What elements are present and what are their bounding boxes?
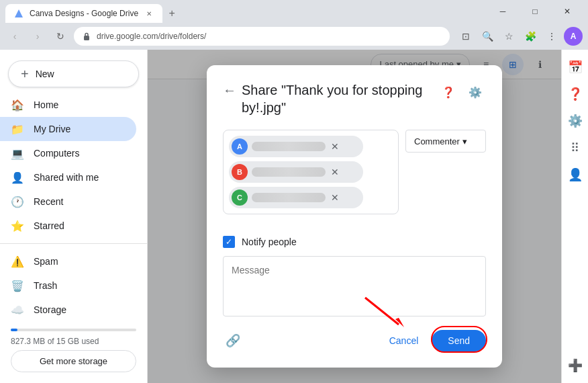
person-tag-2: B ✕ <box>229 161 363 183</box>
url-text: drive.google.com/drive/folders/ <box>97 32 442 41</box>
svg-marker-3 <box>395 318 404 327</box>
sidebar-item-computers[interactable]: 💻 Computers <box>0 141 136 165</box>
svg-rect-1 <box>84 36 89 40</box>
settings-icon-right[interactable]: ⚙️ <box>563 109 587 133</box>
shared-icon: 👤 <box>11 171 24 184</box>
help-icon[interactable]: ❓ <box>563 82 587 106</box>
trash-icon: 🗑️ <box>11 280 24 292</box>
sidebar-item-my-drive[interactable]: 📁 My Drive <box>0 117 136 141</box>
more-icon[interactable]: ⋮ <box>542 27 561 46</box>
sidebar-label-spam: Spam <box>34 256 58 267</box>
add-icon-right[interactable]: ➕ <box>563 353 587 378</box>
person-remove-3[interactable]: ✕ <box>331 192 339 203</box>
cast-icon[interactable]: ⊡ <box>456 27 475 46</box>
person-name-3 <box>252 193 326 202</box>
dialog-footer-wrapper: 🔗 Cancel Send <box>223 330 486 351</box>
new-label: New <box>36 69 54 79</box>
my-drive-icon: 📁 <box>11 123 24 136</box>
dialog-help-btn[interactable]: ❓ <box>438 81 459 103</box>
sidebar-label-computers: Computers <box>34 148 79 159</box>
sidebar-label-home: Home <box>34 99 58 110</box>
content-area: Last opened by me ▾ ≡ ⊞ ℹ ← Share "Thank… <box>148 50 561 383</box>
extension-icon[interactable]: 🧩 <box>521 27 540 46</box>
storage-text: 827.3 MB of 15 GB used <box>11 337 136 346</box>
profile-btn[interactable]: A <box>564 27 583 46</box>
person-avatar-1: A <box>232 138 248 155</box>
send-btn[interactable]: Send <box>432 330 486 351</box>
sidebar-label-trash: Trash <box>34 280 57 291</box>
tab-close-btn[interactable]: ✕ <box>144 8 154 19</box>
person-name-2 <box>252 167 326 177</box>
window-controls: ─ □ ✕ <box>487 2 583 21</box>
sidebar-item-starred[interactable]: ⭐ Starred <box>0 214 136 238</box>
forward-btn[interactable]: › <box>28 27 47 46</box>
sidebar-label-my-drive: My Drive <box>34 124 70 134</box>
recent-icon: 🕐 <box>11 196 24 208</box>
bookmark-icon[interactable]: ☆ <box>499 27 518 46</box>
close-btn[interactable]: ✕ <box>552 2 583 21</box>
sidebar-item-storage[interactable]: ☁️ Storage <box>0 298 136 322</box>
commenter-select[interactable]: Commenter ▾ <box>405 130 486 153</box>
maximize-btn[interactable]: □ <box>520 2 550 21</box>
message-input[interactable] <box>223 256 486 316</box>
notify-label: Notify people <box>242 237 297 247</box>
starred-icon: ⭐ <box>11 220 24 232</box>
person-avatar-2: B <box>232 164 248 180</box>
active-tab[interactable]: Canva Designs - Google Drive ✕ <box>5 4 162 23</box>
plus-icon: + <box>21 67 29 82</box>
dialog-footer: 🔗 Cancel Send <box>223 330 486 351</box>
sidebar-item-trash[interactable]: 🗑️ Trash <box>0 273 136 298</box>
dialog-title: Share "Thank you for stopping by!.jpg" <box>242 81 432 116</box>
commenter-label: Commenter <box>414 136 460 146</box>
person-remove-2[interactable]: ✕ <box>331 167 339 177</box>
new-tab-btn[interactable]: + <box>162 4 181 23</box>
url-bar[interactable]: drive.google.com/drive/folders/ <box>74 27 450 46</box>
storage-bar <box>11 329 136 331</box>
notify-checkbox[interactable]: ✓ <box>223 236 235 248</box>
person-name-1 <box>252 142 326 151</box>
dialog-header: ← Share "Thank you for stopping by!.jpg"… <box>223 81 486 116</box>
tab-title: Canva Designs - Google Drive <box>30 9 138 18</box>
sidebar-item-home[interactable]: 🏠 Home <box>0 93 136 117</box>
main-content: + New 🏠 Home 📁 My Drive 💻 Computers 👤 Sh… <box>0 50 588 383</box>
sidebar-label-starred: Starred <box>34 220 64 231</box>
person-avatar-3: C <box>232 189 248 206</box>
storage-section: 827.3 MB of 15 GB used Get more storage <box>0 323 147 378</box>
share-dialog: ← Share "Thank you for stopping by!.jpg"… <box>207 65 502 368</box>
people-row: A ✕ B ✕ C <box>223 130 486 225</box>
new-button[interactable]: + New <box>8 60 139 87</box>
sidebar-label-recent: Recent <box>34 196 63 207</box>
sidebar-label-shared: Shared with me <box>34 172 99 183</box>
share-dialog-overlay: ← Share "Thank you for stopping by!.jpg"… <box>148 50 561 383</box>
computers-icon: 💻 <box>11 147 24 160</box>
spam-icon: ⚠️ <box>11 255 24 268</box>
zoom-icon[interactable]: 🔍 <box>478 27 497 46</box>
apps-icon[interactable]: ⠿ <box>563 136 587 160</box>
dialog-settings-btn[interactable]: ⚙️ <box>464 81 486 103</box>
notify-row: ✓ Notify people <box>223 236 486 248</box>
toolbar-icons: ⊡ 🔍 ☆ 🧩 ⋮ A <box>456 27 583 46</box>
person-tag-3: C ✕ <box>229 187 363 208</box>
commenter-chevron: ▾ <box>462 136 467 146</box>
reload-btn[interactable]: ↻ <box>51 27 70 46</box>
copy-link-btn[interactable]: 🔗 <box>223 331 243 351</box>
home-icon: 🏠 <box>11 99 24 112</box>
person-remove-1[interactable]: ✕ <box>331 141 339 152</box>
sidebar: + New 🏠 Home 📁 My Drive 💻 Computers 👤 Sh… <box>0 50 148 383</box>
storage-icon: ☁️ <box>11 304 24 316</box>
person-tag-1: A ✕ <box>229 136 363 157</box>
back-btn[interactable]: ‹ <box>5 27 24 46</box>
dialog-back-btn[interactable]: ← <box>223 83 236 98</box>
sidebar-item-spam[interactable]: ⚠️ Spam <box>0 249 136 273</box>
address-bar: ‹ › ↻ drive.google.com/drive/folders/ ⊡ … <box>0 23 588 50</box>
contacts-icon[interactable]: 👤 <box>563 163 587 187</box>
tab-area: Canva Designs - Google Drive ✕ + <box>5 0 181 23</box>
calendar-icon[interactable]: 📅 <box>563 55 587 79</box>
people-container[interactable]: A ✕ B ✕ C <box>223 130 399 214</box>
lock-icon <box>82 32 91 41</box>
get-storage-btn[interactable]: Get more storage <box>11 350 136 372</box>
sidebar-item-shared[interactable]: 👤 Shared with me <box>0 165 136 189</box>
sidebar-item-recent[interactable]: 🕐 Recent <box>0 189 136 214</box>
minimize-btn[interactable]: ─ <box>487 2 518 21</box>
cancel-btn[interactable]: Cancel <box>376 330 432 351</box>
